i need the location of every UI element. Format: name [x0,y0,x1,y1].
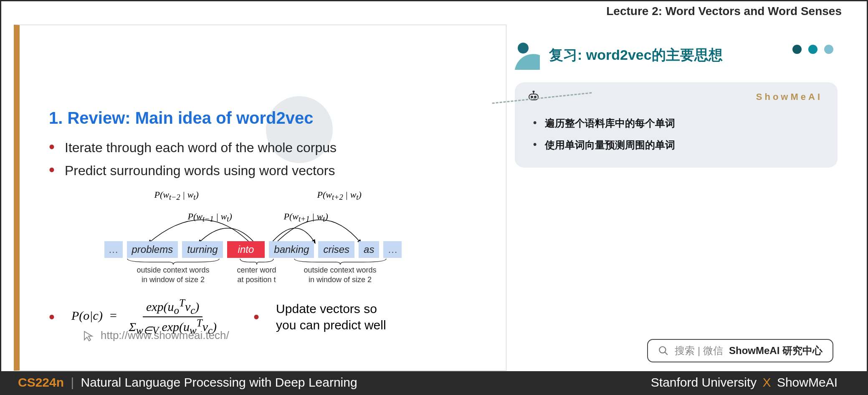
token-banking: banking [269,241,314,258]
dot-3 [824,45,833,54]
translation-title-row: 复习: word2vec的主要思想 [515,41,838,70]
title-decoration-icon [515,41,544,70]
footer-divider: | [71,375,74,389]
dot-2 [808,45,817,54]
svg-point-0 [518,43,529,54]
cn-bullet-1: 遍历整个语料库中的每个单词 [531,112,822,134]
prob-t-plus-1: P(wt+1 | wt) [284,211,328,224]
bullet-2: Predict surrounding words using word vec… [49,163,485,178]
main-row: 1. Review: Main idea of word2vec Iterate… [1,20,867,371]
prob-t-plus-2: P(wt+2 | wt) [317,189,362,202]
brace-center-line2: at position t [237,275,276,285]
brace-left-line2: in window of size 2 [142,275,205,285]
svg-point-6 [660,347,666,353]
footer-bar: CS224n | Natural Language Processing wit… [1,371,867,394]
footer-stanford: Stanford University [651,375,757,389]
course-subtitle: Natural Language Processing with Deep Le… [81,375,357,389]
token-crises: crises [318,241,354,258]
slide-pane: 1. Review: Main idea of word2vec Iterate… [14,25,506,371]
dot-1 [792,45,802,54]
token-row: … problems turning into banking crises a… [104,241,402,258]
token-problems: problems [127,241,178,258]
translation-pane: 复习: word2vec的主要思想 ShowMeAI 遍历整个语料库中的每个单词… [515,20,867,371]
search-bold: ShowMeAI 研究中心 [729,344,822,357]
bullet-1: Iterate through each word of the whole c… [49,140,485,155]
bullet-dot-icon: • [49,308,55,326]
decorative-dots [792,45,833,54]
token-turning: turning [182,241,223,258]
brace-right-line1: outside context words [304,265,376,275]
site-link[interactable]: http://www.showmeai.tech/ [82,329,519,342]
svg-point-5 [533,91,534,92]
prob-t-minus-2: P(wt−2 | wt) [154,189,199,202]
footer-right: Stanford University X ShowMeAI [651,375,838,390]
svg-point-2 [531,96,533,98]
translation-title: 复习: word2vec的主要思想 [549,46,723,65]
bullet-dot-icon-2: • [253,308,259,326]
token-center-into: into [227,241,265,258]
slide-bullets: Iterate through each word of the whole c… [49,140,485,178]
svg-point-3 [534,96,536,98]
translation-bullets: 遍历整个语料库中的每个单词 使用单词向量预测周围的单词 [531,112,822,156]
prob-t-minus-1: P(wt−1 | wt) [188,211,232,224]
context-window-diagram: P(wt−2 | wt) P(wt−1 | wt) P(wt+1 | wt) P… [104,191,430,287]
svg-line-7 [665,352,668,355]
robot-icon [527,91,540,103]
cursor-icon [82,329,95,342]
site-url-text: http://www.showmeai.tech/ [101,329,229,342]
search-prefix: 搜索 | 微信 [675,344,723,357]
brace-right-line2: in window of size 2 [309,275,372,285]
slide-title: 1. Review: Main idea of word2vec [49,109,485,127]
brace-labels: outside context words in window of size … [121,258,392,285]
search-pill[interactable]: 搜索 | 微信 ShowMeAI 研究中心 [647,339,833,362]
brace-left-line1: outside context words [137,265,209,275]
token-ellipsis-left: … [104,241,123,258]
course-code: CS224n [18,375,64,389]
brace-center-line1: center word [237,265,276,275]
search-icon [658,345,669,356]
lecture-header: Lecture 2: Word Vectors and Word Senses [1,1,867,20]
page: Lecture 2: Word Vectors and Word Senses … [0,0,868,395]
update-text: Update vectors soyou can predict well [276,301,386,333]
cn-bullet-2: 使用单词向量预测周围的单词 [531,134,822,156]
brace-left-icon [125,258,221,265]
brace-center-icon [234,258,280,265]
brand-watermark: ShowMeAI [756,92,822,102]
footer-x: X [763,375,771,389]
brace-right-icon [292,258,388,265]
token-ellipsis-right: … [383,241,402,258]
token-as: as [359,241,379,258]
footer-showmeai: ShowMeAI [777,375,838,389]
footer-left: CS224n | Natural Language Processing wit… [18,375,357,390]
